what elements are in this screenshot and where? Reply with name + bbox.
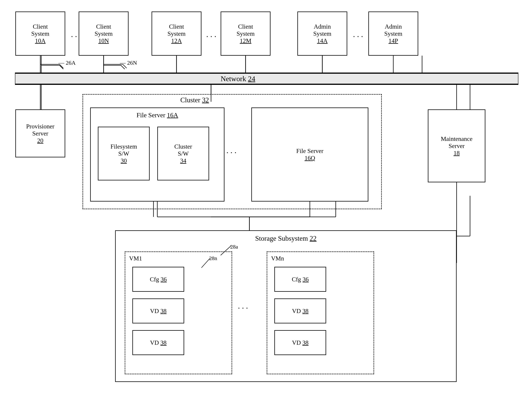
cluster-sw: ClusterS/W 34 bbox=[157, 127, 209, 181]
diagram: Network 24 ClientSystem 10A . . . Client… bbox=[0, 0, 532, 395]
client-10A: ClientSystem 10A bbox=[15, 11, 65, 56]
dots-4: . . . bbox=[226, 146, 237, 155]
vd-38-vmn-2: VD 38 bbox=[274, 330, 326, 355]
network-label: Network 24 bbox=[221, 74, 255, 83]
maintenance-label: MaintenanceServer bbox=[441, 135, 472, 149]
admin-14A-id: 14A bbox=[317, 37, 327, 44]
client-12A-label: ClientSystem bbox=[168, 23, 185, 37]
label-26A: — 26A bbox=[59, 60, 76, 66]
vd-38-vm1-2: VD 38 bbox=[132, 330, 184, 355]
client-10N: ClientSystem 10N bbox=[79, 11, 129, 56]
client-12M: ClientSystem 12M bbox=[221, 11, 271, 56]
maintenance-id: 18 bbox=[454, 149, 460, 157]
client-12A: ClientSystem 12A bbox=[152, 11, 201, 56]
cfg-36-vmn-label: Cfg 36 bbox=[292, 276, 309, 283]
dots-storage: . . . bbox=[238, 301, 248, 311]
label-28a: 28a bbox=[230, 244, 238, 250]
vd-38-vmn-1: VD 38 bbox=[274, 298, 326, 324]
cluster-sw-id: 34 bbox=[180, 157, 186, 164]
client-12A-id: 12A bbox=[171, 37, 182, 44]
client-10N-label: ClientSystem bbox=[95, 23, 113, 37]
vd-38-vm1-1-label: VD 38 bbox=[150, 307, 167, 315]
filesystem-sw-id: 30 bbox=[121, 157, 127, 164]
network-id: 24 bbox=[248, 75, 255, 83]
cluster-label: Cluster 32 bbox=[180, 96, 209, 104]
admin-14A-label: AdminSystem bbox=[313, 23, 331, 37]
client-12M-id: 12M bbox=[240, 37, 251, 44]
fileserver-16Q-label: File Server bbox=[296, 147, 323, 154]
client-12M-label: ClientSystem bbox=[237, 23, 255, 37]
fileserver-16Q-id: 16Q bbox=[304, 154, 315, 162]
admin-14A: AdminSystem 14A bbox=[297, 11, 347, 56]
client-10A-id: 10A bbox=[35, 37, 45, 44]
admin-14P: AdminSystem 14P bbox=[368, 11, 418, 56]
admin-14P-label: AdminSystem bbox=[384, 23, 402, 37]
filesystem-sw-label: FilesystemS/W bbox=[110, 143, 137, 157]
vd-38-vm1-1: VD 38 bbox=[132, 298, 184, 324]
dots-3: . . . bbox=[353, 30, 363, 39]
vd-38-vmn-2-label: VD 38 bbox=[292, 339, 309, 346]
admin-14P-id: 14P bbox=[389, 37, 398, 44]
vd-38-vmn-1-label: VD 38 bbox=[292, 307, 309, 315]
network-bar bbox=[15, 73, 518, 84]
client-10N-id: 10N bbox=[98, 37, 109, 44]
cluster-sw-label: ClusterS/W bbox=[174, 143, 192, 157]
cfg-36-vmn: Cfg 36 bbox=[274, 267, 326, 292]
filesystem-sw: FilesystemS/W 30 bbox=[98, 127, 150, 181]
provisioner-label: ProvisionerServer bbox=[26, 123, 54, 137]
cfg-36-vm1-label: Cfg 36 bbox=[150, 276, 167, 283]
client-10A-label: ClientSystem bbox=[31, 23, 49, 37]
label-26N: — 26N bbox=[120, 60, 137, 66]
maintenance-server: MaintenanceServer 18 bbox=[428, 110, 485, 182]
cfg-36-vm1: Cfg 36 bbox=[132, 267, 184, 292]
provisioner-server: ProvisionerServer 20 bbox=[15, 110, 65, 157]
provisioner-id: 20 bbox=[37, 137, 43, 144]
dots-2: . . . bbox=[206, 30, 216, 39]
fileserver-16Q: File Server 16Q bbox=[251, 108, 368, 202]
label-28n: 28n bbox=[209, 255, 217, 261]
vd-38-vm1-2-label: VD 38 bbox=[150, 339, 167, 346]
